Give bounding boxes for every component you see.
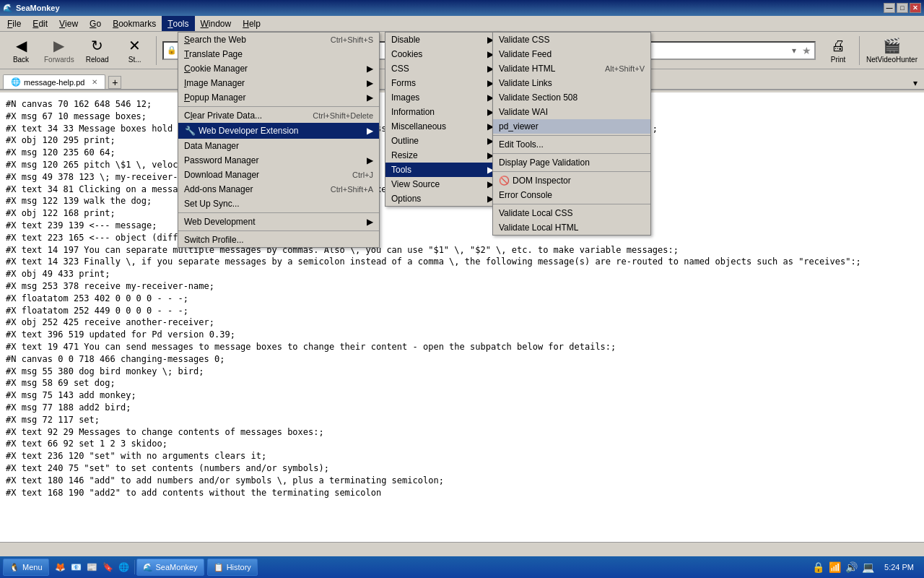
tab-message-help[interactable]: 🌐 message-help.pd ✕ (3, 74, 105, 89)
forwards-button[interactable]: ▶ Forwards (40, 34, 78, 67)
search-web-shortcut: Ctrl+Shift+S (331, 35, 373, 44)
webdev-outline[interactable]: Outline ▶ (385, 134, 500, 148)
data-mgr-label: Data Manager (184, 141, 239, 151)
webdev-cookies[interactable]: Cookies ▶ (385, 47, 500, 61)
validate-feed[interactable]: Validate Feed (493, 47, 650, 61)
menu-pwd-mgr[interactable]: Password Manager ▶ (178, 153, 379, 168)
webdev-cookies-label: Cookies (391, 49, 422, 59)
menu-data-mgr[interactable]: Data Manager (178, 139, 379, 153)
webdev-information[interactable]: Information ▶ (385, 105, 500, 119)
close-button[interactable]: ✕ (910, 3, 921, 13)
tray-network-icon: 📶 (829, 561, 841, 573)
validate-local-html[interactable]: Validate Local HTML (493, 220, 650, 235)
menu-cookie[interactable]: Cookie Manager ▶ (178, 61, 379, 76)
ql-web[interactable]: 🌐 (117, 560, 131, 574)
start-menu-button[interactable]: 🐧 Menu (3, 558, 49, 576)
validate-local-css[interactable]: Validate Local CSS (493, 206, 650, 220)
validate-feed-label: Validate Feed (499, 49, 552, 59)
menu-edit[interactable]: Edit (27, 16, 53, 31)
titlebar-controls[interactable]: — □ ✕ (884, 3, 921, 13)
taskbar-history[interactable]: 📋 History (207, 558, 258, 576)
ql-news[interactable]: 📰 (85, 560, 100, 574)
address-dropdown[interactable]: ▾ (789, 46, 799, 56)
minimize-button[interactable]: — (884, 3, 895, 13)
webdev-disable-label: Disable (391, 35, 420, 45)
back-label: Back (13, 56, 29, 64)
reload-button[interactable]: ↻ Reload (79, 34, 116, 67)
webdev-tools[interactable]: Tools ▶ (385, 163, 500, 177)
ql-bookmarks[interactable]: 🔖 (101, 560, 116, 574)
webdev-view-source[interactable]: View Source ▶ (385, 177, 500, 191)
maximize-button[interactable]: □ (897, 3, 908, 13)
content-line: #X text 239 139 <--- message; (6, 220, 918, 232)
image-arrow: ▶ (367, 78, 373, 88)
content-line: #X floatatom 253 402 0 0 0 0 - - -; (6, 293, 918, 305)
search-web-label: Search the Web (184, 35, 246, 45)
stop-button[interactable]: ✕ St... (117, 34, 153, 67)
display-page-validation[interactable]: Display Page Validation (493, 155, 650, 170)
print-button[interactable]: 🖨 Print (820, 34, 856, 67)
webdev-forms[interactable]: Forms ▶ (385, 76, 500, 90)
menu-webdev[interactable]: 🔧 Web Developer Extension ▶ (178, 123, 379, 139)
content-line: #X obj 252 425 receive another-receiver; (6, 316, 918, 329)
ql-browser[interactable]: 🦊 (53, 560, 68, 574)
pd-viewer[interactable]: pd_viewer (493, 119, 650, 134)
menu-file[interactable]: File (1, 16, 27, 31)
popup-arrow: ▶ (367, 92, 373, 103)
webdev-options[interactable]: Options ▶ (385, 191, 500, 206)
menu-help[interactable]: Help (237, 16, 266, 31)
webdev-misc-label: Miscellaneous (391, 121, 446, 131)
validate-wai[interactable]: Validate WAI (493, 105, 650, 119)
menu-search-web[interactable]: Search the Web Ctrl+Shift+S (178, 33, 379, 47)
content-line: #X text 236 120 "set" with no arguments … (6, 450, 918, 462)
menu-bookmarks[interactable]: Bookmarks (107, 16, 162, 31)
webdev-outline-label: Outline (391, 136, 419, 146)
back-button[interactable]: ◀ Back (3, 34, 39, 67)
menu-window[interactable]: Window (195, 16, 237, 31)
webdev-forms-label: Forms (391, 78, 416, 88)
tab-close[interactable]: ✕ (92, 78, 97, 86)
validate-html[interactable]: Validate HTML Alt+Shift+V (493, 61, 650, 76)
error-console[interactable]: Error Console (493, 188, 650, 202)
menu-switch-profile[interactable]: Switch Profile... (178, 233, 379, 247)
menu-translate[interactable]: Translate Page (178, 47, 379, 61)
taskbar-seamonkey[interactable]: 🌊 SeaMonkey (136, 558, 204, 576)
net-video-button[interactable]: 🎬 NetVideoHunter (863, 34, 921, 67)
validate-css[interactable]: Validate CSS (493, 33, 650, 47)
validate-508[interactable]: Validate Section 508 (493, 90, 650, 105)
content-line: #X msg 77 188 add2 bird; (6, 402, 918, 414)
webdev-resize[interactable]: Resize ▶ (385, 148, 500, 163)
menu-addons[interactable]: Add-ons Manager Ctrl+Shift+A (178, 182, 379, 197)
address-star[interactable]: ★ (799, 45, 814, 56)
webdev-misc[interactable]: Miscellaneous ▶ (385, 119, 500, 134)
dom-inspector[interactable]: 🚫 DOM Inspector (493, 173, 650, 188)
menu-web-dev[interactable]: Web Development ▶ (178, 215, 379, 229)
webdev-disable[interactable]: Disable ▶ (385, 33, 500, 47)
menu-dl-mgr[interactable]: Download Manager Ctrl+J (178, 168, 379, 182)
taskbar-seamonkey-label: SeaMonkey (156, 563, 198, 571)
menu-tools[interactable]: Tools (162, 16, 194, 31)
menu-view[interactable]: View (53, 16, 84, 31)
webdev-css[interactable]: CSS ▶ (385, 61, 500, 76)
print-icon: 🖨 (831, 38, 845, 54)
edit-tools[interactable]: Edit Tools... (493, 137, 650, 152)
ql-email[interactable]: 📧 (69, 560, 84, 574)
tabs-collapse[interactable]: ▾ (910, 77, 921, 89)
content-line: #N canvas 0 0 718 466 changing-messages … (6, 353, 918, 366)
net-video-label: NetVideoHunter (866, 56, 918, 64)
webdev-images[interactable]: Images ▶ (385, 90, 500, 105)
display-page-validation-label: Display Page Validation (499, 158, 590, 168)
menu-clear-data[interactable]: Clear Private Data... Ctrl+Shift+Delete (178, 108, 379, 123)
dl-mgr-label: Download Manager (184, 170, 259, 180)
menu-image[interactable]: Image Manager ▶ (178, 76, 379, 90)
web-dev-arrow: ▶ (367, 217, 373, 227)
new-tab-button[interactable]: + (108, 76, 121, 89)
validate-links[interactable]: Validate Links (493, 76, 650, 90)
content-line: #X text 14 197 You can separate multiple… (6, 244, 918, 256)
validate-css-label: Validate CSS (499, 35, 549, 45)
menu-popup[interactable]: Popup Manager ▶ (178, 90, 379, 105)
content-line: #X floatatom 252 449 0 0 0 0 - - -; (6, 305, 918, 317)
menu-sync[interactable]: Set Up Sync... (178, 197, 379, 211)
menu-go[interactable]: Go (84, 16, 107, 31)
forwards-icon: ▶ (53, 37, 64, 54)
